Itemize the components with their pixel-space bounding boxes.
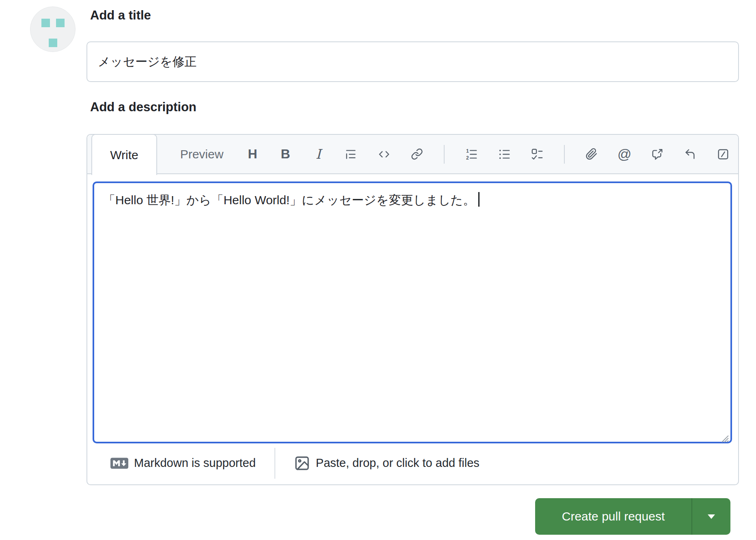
avatar[interactable] — [30, 6, 76, 52]
toolbar-divider — [444, 145, 445, 164]
editor-tabbar: Write Preview H B I — [87, 135, 738, 174]
bold-icon[interactable]: B — [279, 146, 292, 162]
identicon-square — [41, 19, 50, 27]
slash-command-icon[interactable] — [717, 146, 729, 162]
create-pull-request-button[interactable]: Create pull request — [535, 498, 691, 535]
quote-icon[interactable] — [345, 146, 357, 162]
tab-write[interactable]: Write — [91, 134, 157, 175]
cross-reference-icon[interactable] — [651, 146, 663, 162]
markdown-supported-link[interactable]: Markdown is supported — [110, 456, 256, 470]
toolbar-divider — [564, 145, 565, 164]
description-text: 「Hello 世界!」から「Hello World!」にメッセージを変更しました… — [103, 193, 475, 207]
reply-icon[interactable] — [684, 146, 696, 162]
footer-divider — [274, 448, 275, 479]
attach-files-button[interactable]: Paste, drop, or click to add files — [294, 455, 480, 471]
mention-icon[interactable]: @ — [618, 146, 631, 162]
editor-footer: Markdown is supported Paste, drop, or cl… — [87, 442, 738, 484]
chevron-down-icon — [708, 514, 715, 519]
svg-text:1: 1 — [466, 148, 469, 154]
description-textarea[interactable]: 「Hello 世界!」から「Hello World!」にメッセージを変更しました… — [93, 181, 732, 443]
identicon-square — [56, 19, 65, 27]
link-icon[interactable] — [411, 146, 423, 162]
task-list-icon[interactable] — [531, 146, 543, 162]
create-pull-request-group: Create pull request — [535, 498, 730, 535]
heading-icon[interactable]: H — [246, 146, 259, 162]
attach-file-icon[interactable] — [585, 146, 598, 162]
description-label: Add a description — [90, 100, 197, 114]
code-icon[interactable] — [378, 146, 390, 162]
markdown-icon — [110, 458, 128, 469]
bullet-list-icon[interactable] — [498, 146, 510, 162]
text-cursor — [478, 192, 480, 207]
title-label: Add a title — [90, 8, 151, 23]
create-pull-request-dropdown[interactable] — [691, 498, 730, 535]
italic-icon[interactable]: I — [312, 146, 324, 162]
identicon-square — [49, 39, 57, 47]
svg-text:2: 2 — [466, 155, 469, 161]
image-icon — [294, 455, 310, 471]
markdown-editor: Write Preview H B I — [86, 134, 739, 485]
markdown-toolbar: H B I — [246, 135, 729, 173]
title-input[interactable] — [86, 41, 739, 82]
tab-preview[interactable]: Preview — [159, 135, 245, 173]
numbered-list-icon[interactable]: 1 2 — [465, 146, 477, 162]
resize-handle-icon[interactable] — [719, 430, 729, 441]
